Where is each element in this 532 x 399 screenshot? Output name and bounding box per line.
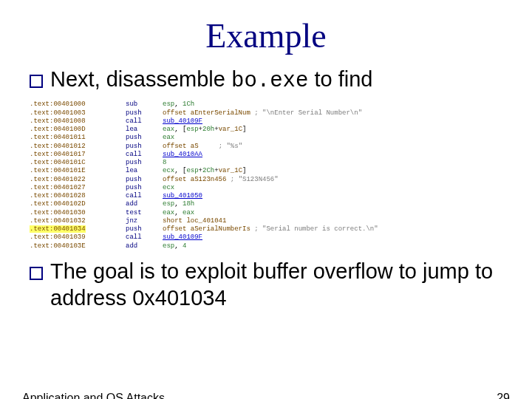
disasm-row: .text:0040103Eaddesp, 4 (30, 242, 532, 250)
disasm-row: .text:00401017callsub_4010AA (30, 151, 532, 159)
square-bullet-icon (30, 267, 43, 280)
disasm-row: .text:00401027pushecx (30, 184, 532, 192)
square-bullet-icon (30, 75, 43, 88)
disasm-row: .text:00401034pushoffset aSerialNumberIs… (30, 225, 532, 233)
footer: Application and OS Attacks 29 (22, 392, 510, 399)
slide-title: Example (0, 16, 532, 55)
disasm-row: .text:0040101Cpush8 (30, 159, 532, 167)
disasm-row: .text:0040102Daddesp, 18h (30, 200, 532, 208)
bullet-item-2: The goal is to exploit buffer overflow t… (30, 258, 510, 312)
disasm-row: .text:0040100Dleaeax, [esp+20h+var_1C] (30, 126, 532, 134)
disasm-row: .text:00401011pusheax (30, 134, 532, 142)
disasm-row: .text:00401003pushoffset aEnterSerialNum… (30, 109, 532, 117)
bullet-item-1: Next, disassemble bo.exe to find (30, 66, 510, 95)
disasm-row: .text:00401039callsub_40109F (30, 233, 532, 242)
disasm-row: .text:00401032jnzshort loc_401041 (30, 217, 532, 225)
slide-number: 29 (497, 392, 510, 399)
disasm-row: .text:00401008callsub_40109F (30, 117, 532, 126)
slide: Example Next, disassemble bo.exe to find… (0, 16, 532, 399)
disasm-row: .text:00401028callsub_401050 (30, 192, 532, 200)
disasm-row: .text:00401012pushoffset aS ; "%s" (30, 143, 532, 151)
bullet-text-2: The goal is to exploit buffer overflow t… (50, 258, 510, 312)
bullet-text-1: Next, disassemble bo.exe to find (50, 66, 372, 95)
disasm-row: .text:0040101Eleaecx, [esp+2Ch+var_1C] (30, 167, 532, 175)
disasm-row: .text:00401030testeax, eax (30, 209, 532, 217)
footer-left: Application and OS Attacks (22, 392, 165, 399)
disasm-row: .text:00401022pushoffset aS123n456 ; "S1… (30, 176, 532, 184)
disassembly-listing: .text:00401000subesp, 1Ch.text:00401003p… (30, 100, 532, 250)
disasm-row: .text:00401000subesp, 1Ch (30, 100, 532, 109)
